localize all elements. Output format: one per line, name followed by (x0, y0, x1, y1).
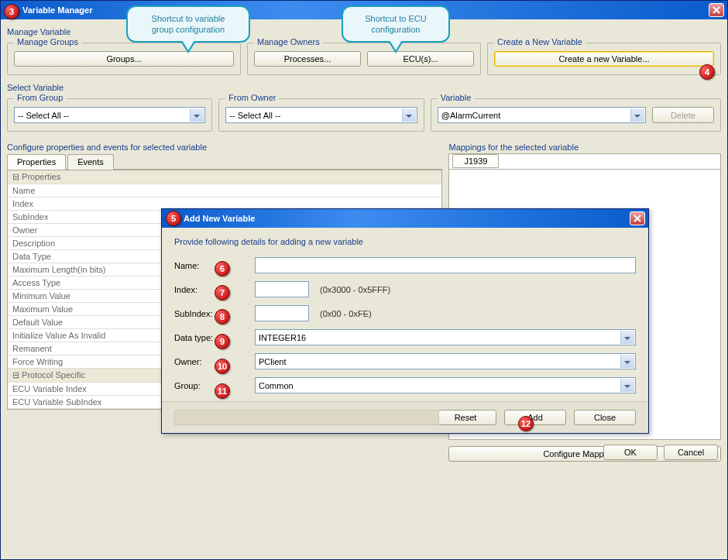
reset-button[interactable]: Reset (434, 410, 496, 425)
badge-4: 4 (699, 64, 715, 80)
badge-3: 3 (4, 4, 19, 19)
manage-groups-legend: Manage Groups (14, 37, 81, 46)
datatype-value: INTEGER16 (259, 333, 306, 342)
modal-instruction: Provide following details for adding a n… (174, 237, 636, 246)
badge-11: 11 (215, 383, 230, 399)
group-select[interactable]: Common (255, 377, 636, 393)
group-value: Common (259, 381, 294, 390)
tab-properties[interactable]: Properties (7, 154, 66, 170)
close-button[interactable]: Close (574, 410, 636, 425)
cancel-button[interactable]: Cancel (664, 445, 718, 460)
add-button[interactable]: Add (504, 410, 566, 425)
subindex-hint: (0x00 - 0xFE) (320, 309, 372, 318)
mappings-label: Mappings for the selected variable (448, 143, 721, 152)
create-new-legend: Create a New Variable (494, 37, 585, 46)
prop-group-properties[interactable]: Properties (8, 170, 441, 184)
add-variable-dialog: Add New Variable Provide following detai… (161, 208, 649, 434)
groups-button[interactable]: Groups... (14, 51, 234, 67)
callout-ecu-text: Shortcut to ECU configuration (365, 14, 426, 34)
badge-10: 10 (215, 359, 230, 374)
variable-select[interactable]: @AlarmCurrent (438, 107, 646, 123)
callout-ecu: Shortcut to ECU configuration (342, 5, 450, 43)
owner-value: PClient (259, 357, 286, 366)
callout-groups-text: Shortcut to variable group configuration (152, 14, 225, 34)
ok-button[interactable]: OK (603, 445, 658, 460)
index-input[interactable] (255, 281, 309, 297)
close-icon (634, 215, 641, 222)
from-group-fieldset: From Group -- Select All -- (7, 98, 212, 132)
callout-groups: Shortcut to variable group configuration (126, 5, 250, 43)
property-tabs: Properties Events (7, 153, 442, 170)
subindex-input[interactable] (255, 305, 309, 321)
badge-12: 12 (518, 416, 534, 431)
badge-9: 9 (215, 334, 230, 349)
tab-events[interactable]: Events (67, 154, 114, 170)
owner-select[interactable]: PClient (255, 353, 636, 369)
create-new-fieldset: Create a New Variable Create a new Varia… (487, 43, 721, 75)
mapping-tab-j1939[interactable]: J1939 (452, 154, 499, 168)
datatype-select[interactable]: INTEGER16 (255, 329, 636, 345)
select-variable-label: Select Variable (7, 83, 721, 92)
from-owner-fieldset: From Owner -- Select All -- (218, 98, 424, 132)
badge-5: 5 (166, 211, 181, 226)
badge-8: 8 (215, 309, 230, 325)
close-icon (713, 6, 720, 14)
delete-button[interactable]: Delete (652, 107, 714, 123)
modal-titlebar: Add New Variable (162, 209, 648, 228)
name-input[interactable] (255, 257, 636, 273)
configure-label: Configure properties and events for sele… (7, 143, 442, 152)
variable-manager-window: Variable Manager Manage Variable Manage … (0, 0, 728, 560)
from-group-select[interactable]: -- Select All -- (14, 107, 205, 123)
prop-name[interactable]: Name (8, 184, 441, 197)
processes-button[interactable]: Processes... (254, 51, 361, 67)
modal-close-button[interactable] (630, 211, 645, 225)
variable-fieldset: Variable @AlarmCurrent Delete (431, 98, 721, 132)
badge-7: 7 (215, 285, 230, 301)
variable-legend: Variable (438, 93, 475, 102)
manage-groups-fieldset: Manage Groups Groups... (7, 43, 241, 75)
from-owner-legend: From Owner (225, 93, 279, 102)
ecus-button[interactable]: ECU(s)... (367, 51, 474, 67)
manage-owners-fieldset: Manage Owners Processes... ECU(s)... (247, 43, 481, 75)
from-group-legend: From Group (14, 93, 66, 102)
manage-owners-legend: Manage Owners (254, 37, 323, 46)
window-close-button[interactable] (709, 3, 724, 17)
badge-6: 6 (215, 261, 230, 277)
from-owner-select[interactable]: -- Select All -- (225, 107, 417, 123)
from-owner-value: -- Select All -- (229, 111, 280, 120)
from-group-value: -- Select All -- (18, 111, 69, 120)
create-variable-button[interactable]: Create a new Variable... (494, 51, 714, 67)
index-hint: (0x3000 - 0x5FFF) (320, 285, 390, 294)
variable-value: @AlarmCurrent (441, 111, 501, 120)
